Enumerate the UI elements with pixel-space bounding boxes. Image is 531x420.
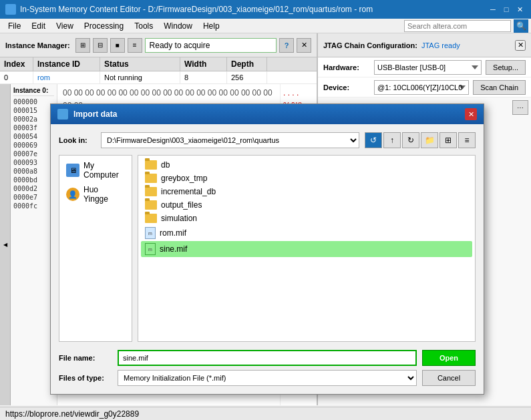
hardware-select[interactable]: USB-Blaster [USB-0]: [374, 60, 482, 75]
file-name-sine-mif: sine.mif: [160, 244, 187, 254]
folder-icon-simulation: [145, 214, 157, 223]
search-button[interactable]: 🔍: [514, 19, 528, 33]
search-area: 🔍: [404, 19, 528, 33]
col-index: Index: [0, 57, 33, 71]
cell-index-0: 0: [0, 71, 33, 83]
file-type-row: Files of type: Memory Initialization Fil…: [59, 370, 476, 386]
window-controls[interactable]: ─ □ ✕: [487, 3, 526, 15]
minimize-button[interactable]: ─: [487, 3, 499, 15]
menu-window[interactable]: Window: [158, 20, 198, 32]
file-item-rom-mif[interactable]: m rom.mif: [141, 225, 472, 241]
im-close-button[interactable]: ✕: [297, 38, 311, 53]
nav-new-folder-button[interactable]: 📁: [421, 132, 438, 148]
folder-icon-incremental: [145, 187, 157, 196]
file-name-input[interactable]: [118, 350, 417, 366]
im-status: Ready to acquire: [145, 38, 277, 53]
mif-icon-sine: m: [145, 243, 156, 255]
cell-id-0: rom: [33, 71, 100, 83]
cancel-button[interactable]: Cancel: [422, 370, 476, 386]
device-select[interactable]: @1: 10CL006(Y[Z]/10CL0: [374, 80, 469, 95]
address-000069: 000069: [13, 141, 54, 150]
address-0000bd: 0000bd: [13, 176, 54, 184]
address-00003f: 00003f: [13, 124, 54, 132]
col-instance-id: Instance ID: [33, 57, 100, 71]
jtag-extra-btn[interactable]: ⋯: [512, 100, 528, 115]
im-btn-2[interactable]: ⊟: [93, 38, 108, 53]
nav-item-user[interactable]: 👤 Huo Yingge: [62, 182, 129, 206]
cell-depth-0: 256: [227, 71, 267, 83]
jtag-status: JTAG ready: [421, 41, 511, 49]
dialog-body: Look in: D:\FirmwareDesign\003_xiaomeige…: [51, 124, 484, 394]
address-000054: 000054: [13, 132, 54, 141]
jtag-label: JTAG Chain Configuration:: [323, 41, 417, 49]
look-in-select[interactable]: D:\FirmwareDesign\003_xiaomeige\012_rom\…: [101, 132, 359, 148]
cell-status-0: Not running: [100, 71, 180, 83]
menu-file[interactable]: File: [3, 20, 26, 32]
file-item-sine-mif[interactable]: m sine.mif: [141, 241, 472, 257]
import-dialog: Import data ✕ Look in: D:\FirmwareDesign…: [50, 103, 484, 395]
computer-icon: 🖥: [66, 164, 79, 177]
menu-help[interactable]: Help: [198, 20, 225, 32]
scroll-tab[interactable]: ◀: [0, 84, 11, 405]
file-item-db[interactable]: db: [141, 158, 472, 172]
jtag-close-button[interactable]: ✕: [515, 40, 526, 51]
menu-edit[interactable]: Edit: [26, 20, 51, 32]
table-header: Index Instance ID Status Width Depth: [0, 57, 317, 71]
search-input[interactable]: [404, 20, 511, 32]
device-row: Device: @1: 10CL006(Y[Z]/10CL0 Scan Chai…: [318, 77, 531, 97]
app-icon: [5, 4, 16, 15]
file-item-incremental[interactable]: incremental_db: [141, 185, 472, 198]
file-list: db greybox_tmp incremental_db output_fil…: [138, 155, 476, 342]
file-name-rom-mif: rom.mif: [160, 228, 186, 238]
nav-forward-button[interactable]: ↻: [402, 132, 419, 148]
instance-panel-label: Instance 0:: [13, 87, 54, 96]
setup-button[interactable]: Setup...: [486, 60, 526, 75]
title-bar: In-System Memory Content Editor - D:/Fir…: [0, 0, 531, 19]
menu-view[interactable]: View: [51, 20, 79, 32]
dialog-close-button[interactable]: ✕: [465, 108, 477, 120]
menu-bar: File Edit View Processing Tools Window H…: [0, 19, 531, 33]
folder-icon-greybox: [145, 174, 157, 183]
nav-item-user-label: Huo Yingge: [83, 185, 125, 204]
address-0000e7: 0000e7: [13, 193, 54, 202]
dialog-icon: [57, 109, 68, 120]
im-btn-1[interactable]: ⊞: [75, 38, 90, 53]
nav-item-computer[interactable]: 🖥 My Computer: [62, 158, 129, 182]
nav-up-button[interactable]: ↑: [383, 132, 401, 148]
jtag-header: JTAG Chain Configuration: JTAG ready ✕: [318, 33, 531, 57]
look-in-label: Look in:: [59, 136, 96, 144]
dialog-title-text: Import data: [73, 110, 460, 119]
dialog-content: 🖥 My Computer 👤 Huo Yingge db greybox_tm…: [59, 155, 476, 342]
nav-back-button[interactable]: ↺: [365, 132, 382, 148]
col-status: Status: [100, 57, 180, 71]
nav-details-button[interactable]: ≡: [458, 132, 476, 148]
file-name-output: output_files: [161, 200, 202, 210]
table-row[interactable]: 0 rom Not running 8 256: [0, 71, 317, 84]
address-000015: 000015: [13, 106, 54, 115]
instance-manager-bar: Instance Manager: ⊞ ⊟ ■ ≡ Ready to acqui…: [0, 33, 317, 57]
scan-chain-button[interactable]: Scan Chain: [473, 80, 526, 95]
menu-processing[interactable]: Processing: [79, 20, 129, 32]
folder-icon-output: [145, 200, 157, 210]
device-label: Device:: [323, 83, 370, 91]
nav-view-button[interactable]: ⊞: [439, 132, 457, 148]
file-type-select[interactable]: Memory Initialization File (*.mif): [118, 370, 417, 386]
maximize-button[interactable]: □: [500, 3, 512, 15]
col-width: Width: [180, 57, 227, 71]
im-btn-4[interactable]: ≡: [128, 38, 142, 53]
close-button[interactable]: ✕: [514, 3, 526, 15]
file-item-greybox[interactable]: greybox_tmp: [141, 172, 472, 185]
menu-tools[interactable]: Tools: [129, 20, 158, 32]
file-type-label: Files of type:: [59, 374, 112, 382]
status-bar: https://bloprore.net/viewdir_g0y22889: [0, 407, 531, 420]
file-item-output[interactable]: output_files: [141, 198, 472, 212]
im-help-button[interactable]: ?: [279, 38, 294, 53]
file-item-simulation[interactable]: simulation: [141, 212, 472, 225]
address-000000: 000000: [13, 97, 54, 106]
open-button[interactable]: Open: [422, 350, 476, 366]
im-btn-3[interactable]: ■: [110, 38, 125, 53]
dialog-footer: File name: Open Files of type: Memory In…: [59, 350, 476, 386]
hardware-label: Hardware:: [323, 63, 370, 71]
address-00002a: 00002a: [13, 115, 54, 124]
mif-icon-rom: m: [145, 227, 156, 239]
